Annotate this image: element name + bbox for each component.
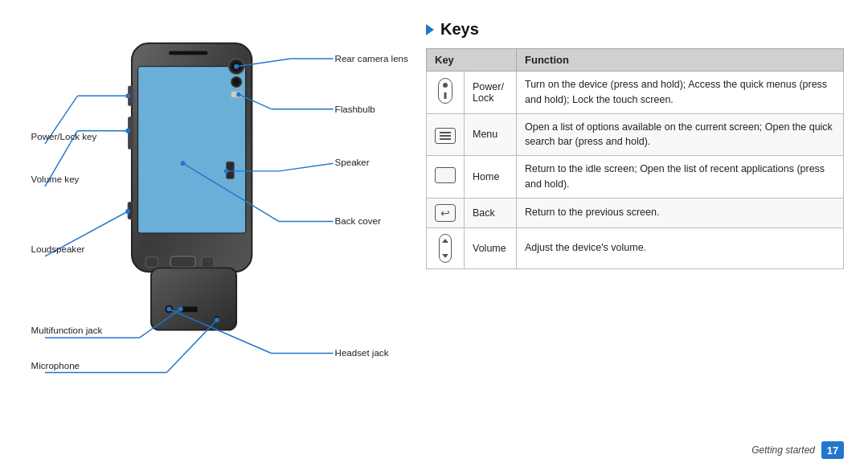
key-function-cell: Adjust the device's volume. (517, 227, 844, 268)
keys-table: Key Function Power/ LockTurn on the devi… (426, 48, 844, 269)
svg-point-32 (125, 93, 130, 98)
key-name-cell: Home (465, 156, 517, 199)
svg-text:Back cover: Back cover (335, 216, 381, 226)
key-name-cell: Menu (465, 113, 517, 156)
key-name-cell: Power/ Lock (465, 72, 517, 114)
svg-rect-9 (227, 162, 235, 178)
table-row: ↩BackReturn to the previous screen. (427, 198, 844, 227)
table-row: HomeReturn to the idle screen; Open the … (427, 156, 844, 199)
svg-rect-10 (128, 86, 133, 106)
table-row: VolumeAdjust the device's volume. (427, 227, 844, 268)
key-name-cell: Volume (465, 227, 517, 268)
svg-point-40 (178, 307, 183, 312)
svg-rect-12 (128, 202, 133, 219)
svg-point-46 (215, 317, 219, 322)
svg-line-39 (45, 211, 128, 256)
svg-point-3 (228, 59, 244, 74)
key-function-cell: Turn on the device (press and hold); Acc… (517, 72, 844, 114)
svg-text:Loudspeaker: Loudspeaker (31, 244, 85, 254)
svg-line-41 (140, 309, 181, 338)
svg-text:Rear camera lens: Rear camera lens (335, 54, 408, 63)
svg-line-20 (236, 59, 291, 67)
table-row: Power/ LockTurn on the device (press and… (427, 72, 844, 114)
svg-text:Headset jack: Headset jack (335, 348, 389, 358)
key-icon-cell (427, 227, 465, 268)
key-function-cell: Return to the previous screen. (517, 198, 844, 227)
svg-point-29 (181, 161, 186, 166)
table-header-function: Function (517, 49, 844, 72)
svg-rect-16 (151, 268, 236, 330)
svg-point-7 (233, 79, 240, 85)
svg-rect-14 (145, 257, 158, 268)
section-title: Keys (440, 20, 479, 39)
keys-section: Keys Key Function Power/ LockTurn on the… (410, 16, 844, 455)
volume-key-icon (439, 234, 452, 263)
key-function-cell: Return to the idle screen; Open the list… (517, 156, 844, 199)
key-icon-cell (427, 72, 465, 114)
table-header-key: Key (427, 49, 517, 72)
svg-rect-8 (231, 92, 242, 98)
menu-key-icon (435, 128, 456, 144)
svg-point-25 (236, 92, 241, 97)
svg-line-37 (45, 131, 78, 186)
svg-line-44 (169, 309, 271, 354)
svg-point-19 (215, 316, 219, 321)
keys-title: Keys (426, 20, 844, 39)
svg-rect-15 (202, 257, 214, 268)
device-diagram: Rear camera lens Flashbulb Speaker Back … (24, 16, 410, 455)
footer: Getting started 17 (751, 441, 844, 459)
svg-line-27 (279, 163, 334, 171)
svg-point-18 (165, 305, 173, 313)
svg-text:Speaker: Speaker (335, 158, 370, 167)
svg-text:Volume key: Volume key (31, 174, 80, 184)
svg-rect-17 (181, 307, 198, 313)
svg-point-4 (231, 62, 241, 72)
key-icon-cell (427, 113, 465, 156)
svg-rect-1 (138, 67, 246, 233)
svg-rect-2 (169, 51, 207, 55)
power-key-icon (438, 78, 452, 104)
svg-rect-0 (132, 43, 252, 272)
page-container: Rear camera lens Flashbulb Speaker Back … (0, 0, 868, 471)
svg-rect-13 (170, 256, 195, 268)
key-function-cell: Open a list of options available on the … (517, 113, 844, 156)
svg-point-35 (125, 129, 130, 133)
svg-line-30 (183, 163, 280, 221)
svg-point-43 (166, 307, 171, 312)
key-name-cell: Back (465, 198, 517, 227)
svg-text:Microphone: Microphone (31, 361, 80, 371)
chevron-icon (426, 24, 434, 35)
svg-line-47 (166, 320, 217, 373)
home-key-icon (435, 167, 456, 183)
back-key-icon: ↩ (435, 204, 456, 222)
svg-point-38 (125, 209, 130, 214)
svg-point-28 (224, 169, 229, 174)
svg-point-6 (231, 76, 242, 88)
svg-text:Multifunction jack: Multifunction jack (31, 326, 103, 335)
key-icon-cell: ↩ (427, 198, 465, 227)
footer-text: Getting started (751, 444, 815, 456)
table-row: MenuOpen a list of options available on … (427, 113, 844, 156)
svg-line-34 (45, 96, 78, 144)
svg-point-5 (234, 64, 239, 69)
svg-rect-11 (128, 117, 133, 149)
svg-text:Power/Lock key: Power/Lock key (31, 132, 97, 141)
key-icon-cell (427, 156, 465, 199)
footer-page-number: 17 (821, 441, 844, 459)
svg-text:Flashbulb: Flashbulb (335, 104, 375, 114)
svg-point-22 (234, 64, 239, 69)
svg-line-23 (239, 94, 272, 109)
